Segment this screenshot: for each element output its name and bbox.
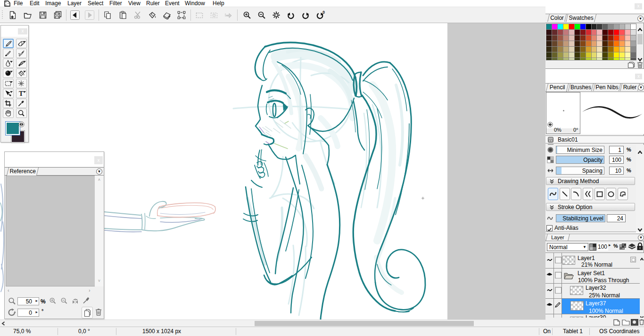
svg-text:T: T	[19, 90, 24, 97]
svg-text:0: 0	[322, 11, 325, 15]
